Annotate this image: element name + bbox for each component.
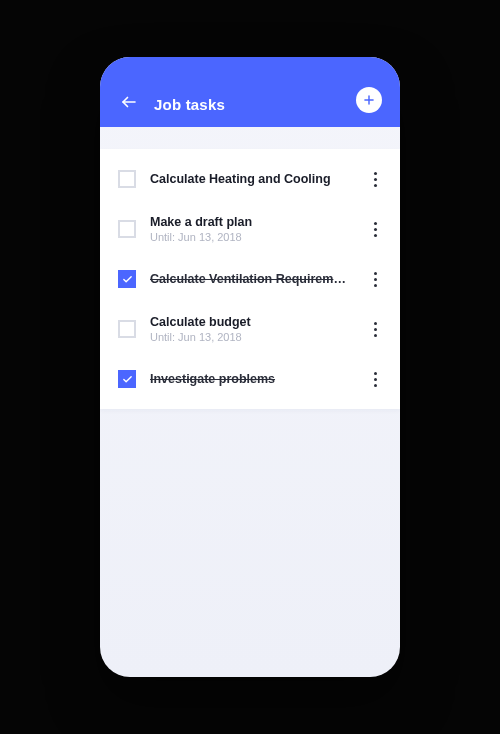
more-icon[interactable] — [366, 217, 384, 241]
more-icon[interactable] — [366, 167, 384, 191]
page-title: Job tasks — [154, 96, 342, 113]
more-icon[interactable] — [366, 317, 384, 341]
app-header: Job tasks — [100, 57, 400, 127]
phone-frame: Job tasks Calculate Heating and Cooling … — [100, 57, 400, 677]
task-row: Make a draft plan Until: Jun 13, 2018 — [100, 203, 400, 255]
task-row: Calculate budget Until: Jun 13, 2018 — [100, 303, 400, 355]
task-row: Calculate Ventilation Requirements — [100, 255, 400, 303]
task-row: Investigate problems — [100, 355, 400, 403]
task-row: Calculate Heating and Cooling — [100, 155, 400, 203]
more-icon[interactable] — [366, 267, 384, 291]
task-label: Calculate Heating and Cooling — [150, 172, 352, 186]
task-subtitle: Until: Jun 13, 2018 — [150, 331, 352, 343]
more-icon[interactable] — [366, 367, 384, 391]
add-task-button[interactable] — [356, 87, 382, 113]
task-label: Investigate problems — [150, 372, 352, 386]
task-text: Make a draft plan Until: Jun 13, 2018 — [150, 215, 352, 243]
task-list: Calculate Heating and Cooling Make a dra… — [100, 149, 400, 409]
task-label: Calculate Ventilation Requirements — [150, 272, 352, 286]
task-text: Calculate budget Until: Jun 13, 2018 — [150, 315, 352, 343]
back-icon[interactable] — [118, 91, 140, 113]
task-text: Calculate Ventilation Requirements — [150, 272, 352, 286]
task-label: Make a draft plan — [150, 215, 352, 229]
task-checkbox[interactable] — [118, 320, 136, 338]
task-text: Calculate Heating and Cooling — [150, 172, 352, 186]
task-checkbox[interactable] — [118, 270, 136, 288]
task-subtitle: Until: Jun 13, 2018 — [150, 231, 352, 243]
task-checkbox[interactable] — [118, 220, 136, 238]
task-text: Investigate problems — [150, 372, 352, 386]
task-checkbox[interactable] — [118, 170, 136, 188]
task-checkbox[interactable] — [118, 370, 136, 388]
task-label: Calculate budget — [150, 315, 352, 329]
